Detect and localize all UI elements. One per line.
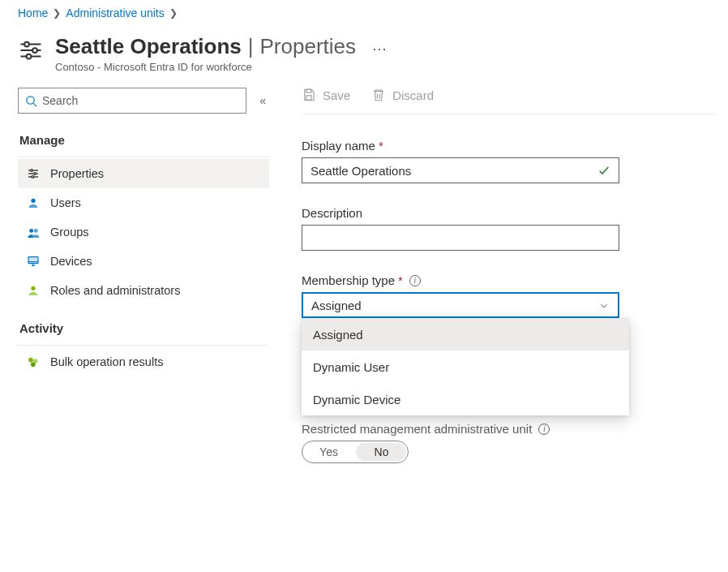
nav-item-label: Users xyxy=(50,196,81,209)
device-icon xyxy=(26,254,41,269)
svg-rect-17 xyxy=(28,257,38,264)
divider xyxy=(18,157,269,157)
svg-point-14 xyxy=(31,199,35,203)
info-icon[interactable]: i xyxy=(538,424,550,435)
sliders-icon xyxy=(26,166,41,181)
page-subtitle: Properties xyxy=(260,34,357,59)
sliders-icon xyxy=(18,37,44,63)
breadcrumb-admin-units[interactable]: Administrative units xyxy=(66,6,164,19)
description-label: Description xyxy=(302,206,362,220)
nav-section-manage: Manage xyxy=(18,128,269,153)
nav-item-devices[interactable]: Devices xyxy=(18,247,269,276)
dropdown-option-dynamic-user[interactable]: Dynamic User xyxy=(302,351,629,383)
field-display-name: Display name * Seattle Operations xyxy=(302,139,699,183)
chevron-right-icon: ❯ xyxy=(169,7,178,19)
page-header: Seattle Operations | Properties ⋯ Contos… xyxy=(0,23,728,81)
discard-label: Discard xyxy=(392,88,434,102)
nav-item-groups[interactable]: Groups xyxy=(18,217,269,247)
chevron-down-icon xyxy=(598,300,610,312)
save-icon xyxy=(302,88,316,102)
svg-point-15 xyxy=(29,228,33,232)
info-icon[interactable]: i xyxy=(409,275,421,286)
nav-item-label: Bulk operation results xyxy=(50,355,163,368)
admin-icon xyxy=(26,283,41,298)
nav-item-properties[interactable]: Properties xyxy=(18,159,269,188)
display-name-label: Display name xyxy=(302,139,375,153)
restricted-mgmt-label: Restricted management administrative uni… xyxy=(302,422,699,436)
breadcrumb-home[interactable]: Home xyxy=(18,6,48,19)
content-pane: Save Discard Display name * Seattle Oper… xyxy=(269,81,728,463)
nav-search-box[interactable] xyxy=(18,88,246,114)
svg-point-16 xyxy=(33,228,37,232)
nav-item-roles[interactable]: Roles and administrators xyxy=(18,276,269,305)
membership-type-value: Assigned xyxy=(311,299,362,312)
nav-item-bulk-results[interactable]: Bulk operation results xyxy=(18,347,269,376)
svg-point-1 xyxy=(24,42,29,47)
required-indicator: * xyxy=(379,139,383,153)
svg-point-9 xyxy=(31,170,33,172)
svg-point-21 xyxy=(31,286,35,290)
save-button[interactable]: Save xyxy=(302,88,350,102)
user-icon xyxy=(26,196,41,210)
svg-rect-25 xyxy=(306,89,311,92)
group-icon xyxy=(26,225,41,239)
svg-point-6 xyxy=(27,96,34,103)
svg-point-11 xyxy=(34,173,36,175)
nav-item-label: Properties xyxy=(50,167,104,180)
restricted-mgmt-toggle[interactable]: Yes No xyxy=(302,441,409,463)
tenant-label: Contoso - Microsoft Entra ID for workfor… xyxy=(55,61,388,73)
nav-item-users[interactable]: Users xyxy=(18,188,269,217)
nav-search-input[interactable] xyxy=(42,94,239,107)
membership-type-label: Membership type xyxy=(302,273,395,287)
svg-rect-26 xyxy=(306,96,311,100)
required-indicator: * xyxy=(398,273,403,287)
divider xyxy=(18,345,269,346)
svg-point-5 xyxy=(27,54,32,59)
left-nav: « Manage Properties Users xyxy=(0,81,269,463)
nav-item-label: Groups xyxy=(50,226,89,239)
svg-point-3 xyxy=(32,48,37,53)
command-bar: Save Discard xyxy=(302,88,715,114)
nav-item-label: Devices xyxy=(50,255,92,268)
svg-point-13 xyxy=(32,176,34,178)
description-input[interactable] xyxy=(302,225,619,251)
discard-button[interactable]: Discard xyxy=(371,88,434,102)
dropdown-option-dynamic-device[interactable]: Dynamic Device xyxy=(302,383,629,415)
nav-item-label: Roles and administrators xyxy=(50,284,180,297)
display-name-value: Seattle Operations xyxy=(310,164,411,178)
field-membership-type: Membership type * i Assigned Assigned Dy… xyxy=(302,273,699,318)
collapse-nav-button[interactable]: « xyxy=(256,94,269,107)
svg-point-22 xyxy=(28,357,33,362)
svg-line-7 xyxy=(33,103,36,106)
checkmark-icon xyxy=(597,164,610,177)
membership-type-select[interactable]: Assigned xyxy=(302,292,619,318)
dropdown-option-assigned[interactable]: Assigned xyxy=(302,318,629,351)
search-icon xyxy=(25,95,37,107)
svg-point-24 xyxy=(30,362,35,367)
toggle-option-no[interactable]: No xyxy=(355,445,408,458)
chevron-right-icon: ❯ xyxy=(53,7,61,19)
more-actions-button[interactable]: ⋯ xyxy=(361,40,388,58)
toggle-option-yes[interactable]: Yes xyxy=(302,445,355,458)
page-title: Seattle Operations xyxy=(55,34,242,59)
save-label: Save xyxy=(323,88,350,102)
field-description: Description xyxy=(302,206,699,251)
title-separator: | xyxy=(246,34,255,59)
trash-icon xyxy=(371,88,386,102)
breadcrumb: Home ❯ Administrative units ❯ xyxy=(0,0,728,23)
bulk-icon xyxy=(26,355,41,369)
nav-section-activity: Activity xyxy=(18,316,269,342)
membership-type-dropdown: Assigned Dynamic User Dynamic Device xyxy=(302,318,629,415)
display-name-input[interactable]: Seattle Operations xyxy=(302,157,619,183)
